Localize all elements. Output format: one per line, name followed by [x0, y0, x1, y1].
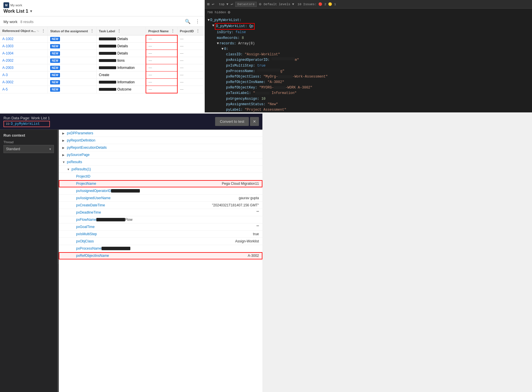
tree-item[interactable]: ▼ pxResults(1)	[59, 166, 262, 173]
ref-cell[interactable]: A-2002	[0, 57, 48, 64]
ref-cell[interactable]: A-3002	[0, 79, 48, 86]
tree-key[interactable]: pyReportExecutionDetails	[67, 146, 107, 150]
tree-item[interactable]: pxRefObjectInsName A-3002	[59, 252, 262, 259]
col-menu-status[interactable]: ⋮	[90, 29, 94, 33]
task-label-text: Information	[117, 80, 135, 84]
tree-key[interactable]: pxRefObjectInsName	[76, 254, 109, 258]
ref-cell[interactable]: A-2003	[0, 64, 48, 71]
devtools-nav-back[interactable]: ↩	[212, 2, 214, 7]
ref-link[interactable]: A-3	[2, 73, 8, 77]
ref-cell[interactable]: A-1002	[0, 35, 48, 43]
dt-root-key: D_pyMyWorkList:	[210, 18, 241, 23]
right-spacer	[262, 114, 532, 392]
table-row: A-2003NEWInformation——	[0, 64, 204, 71]
tree-item[interactable]: pxAssignedOperatorID	[59, 187, 262, 195]
tree-item[interactable]: ProjectID	[59, 173, 262, 180]
tree-item[interactable]: ▶ pyReportExecutionDetails	[59, 144, 262, 151]
task-cell: Information	[97, 79, 146, 86]
tree-key[interactable]: pxAssignedOperatorID	[76, 189, 111, 193]
app-subtitle-text: My work	[10, 3, 22, 7]
projectid-cell: —	[177, 86, 204, 93]
dt-record-0: ▼ 0:	[221, 46, 529, 52]
tree-item[interactable]: ▼ pxResults	[59, 159, 262, 166]
sort-icon[interactable]: ↑↓	[37, 29, 39, 32]
search-button[interactable]: 🔍	[184, 18, 192, 25]
run-data-panel: Run Data Page: Work List 1 ID D_pyMyWork…	[0, 114, 262, 392]
status-cell: NEW	[48, 35, 97, 43]
tree-key[interactable]: pxResults	[67, 160, 82, 164]
ref-link[interactable]: A-2002	[2, 59, 14, 63]
tree-key[interactable]: pxCreateDateTime	[76, 203, 105, 207]
col-menu-projectid[interactable]: ⋮	[196, 29, 200, 33]
tree-key[interactable]: pxResults(1)	[72, 167, 91, 171]
ref-link[interactable]: A-1003	[2, 44, 14, 48]
thread-select[interactable]: Standard	[3, 145, 54, 153]
devtools-datasource[interactable]: Datastore	[235, 2, 256, 7]
devtools-issues: 10 Issues: 🔴 2 🟡 1	[298, 2, 336, 6]
tree-item[interactable]: pxDeadlineTime ""	[59, 209, 262, 216]
tree-key[interactable]: pxGoalTime	[76, 225, 95, 229]
convert-to-test-button[interactable]: Convert to test	[215, 117, 249, 126]
tree-key[interactable]: ProjectID	[76, 174, 90, 178]
dt-classID: classID: "Assign-Worklist"	[226, 52, 529, 57]
tree-key[interactable]: ProjectName	[76, 182, 96, 186]
rdp-header: Run Data Page: Work List 1 ID D_pyMyWork…	[0, 114, 262, 130]
tree-item[interactable]: ProjectName Pega Cloud Migration11	[59, 180, 262, 187]
ref-cell[interactable]: A-5	[0, 86, 48, 93]
devtools-levels[interactable]: Default levels ▼	[264, 3, 294, 6]
dropdown-arrow-icon[interactable]: ▼	[29, 9, 33, 13]
col-menu-ref[interactable]: ⋮	[41, 29, 45, 33]
dt-pyAssignmentStatus: pyAssignmentStatus: "New"	[226, 102, 529, 107]
tree-item[interactable]: ▶ pyReportDefinition	[59, 137, 262, 144]
tree-item[interactable]: ▶ pySourcePage	[59, 151, 262, 159]
tree-value-redacted	[111, 189, 140, 193]
subtitle-my-work: My work	[3, 20, 17, 24]
close-button[interactable]: ✕	[250, 117, 259, 126]
tree-value: ""	[251, 210, 259, 214]
tree-key[interactable]: pySourcePage	[67, 153, 90, 157]
tree-item[interactable]: pxGoalTime ""	[59, 223, 262, 231]
tree-key[interactable]: pxDeadlineTime	[76, 210, 101, 214]
tree-item[interactable]: pxObjClass Assign-Worklist	[59, 238, 262, 245]
tree-item[interactable]: pxFlowName Flow	[59, 216, 262, 223]
dt-subkey-arrow[interactable]: ▼	[212, 23, 214, 29]
tree-item[interactable]: pxAssignedUserName gaurav gupta	[59, 195, 262, 202]
ref-link[interactable]: A-2003	[2, 66, 14, 70]
status-badge: NEW	[50, 44, 60, 48]
ref-cell[interactable]: A-1003	[0, 43, 48, 50]
ref-link[interactable]: A-1002	[2, 37, 14, 41]
app-subtitle: M My work	[3, 2, 201, 8]
tree-item[interactable]: ▶ pxDPParameters	[59, 130, 262, 137]
settings-icon[interactable]: ⚙	[228, 10, 230, 15]
tree-key[interactable]: pyReportDefinition	[67, 138, 95, 142]
task-cell: Details	[97, 35, 146, 43]
col-menu-project[interactable]: ⋮	[171, 29, 175, 33]
tree-key[interactable]: pxDPParameters	[67, 131, 93, 135]
redacted-bar	[99, 45, 116, 48]
status-cell: NEW	[48, 57, 97, 64]
dt-root-arrow[interactable]: ▼	[208, 18, 210, 23]
tree-item[interactable]: pxIsMultiStep true	[59, 231, 262, 238]
dt-pxRefObjectInsName: pxRefObjectInsName: "A-3002"	[226, 80, 529, 85]
col-menu-task[interactable]: ⋮	[117, 29, 121, 33]
col-header-status: Status of the assignment ⋮	[48, 27, 97, 35]
tree-key[interactable]: pxObjClass	[76, 239, 94, 243]
tree-key[interactable]: pxIsMultiStep	[76, 232, 97, 236]
tree-value-redacted-flow	[96, 218, 125, 221]
tree-key[interactable]: pxFlowName	[76, 218, 96, 222]
projectid-cell: —	[177, 35, 204, 43]
ref-cell[interactable]: A-3	[0, 71, 48, 79]
tree-item[interactable]: pxCreateDateTime "20240321T181407.156 GM…	[59, 202, 262, 209]
project-cell: —	[146, 71, 177, 79]
ref-cell[interactable]: A-1004	[0, 50, 48, 57]
tree-value: Assign-Worklist	[230, 239, 259, 243]
projectid-cell: —	[177, 79, 204, 86]
ref-link[interactable]: A-1004	[2, 51, 14, 55]
ref-link[interactable]: A-3002	[2, 80, 14, 84]
tree-key[interactable]: pxProcessName	[76, 246, 101, 250]
ref-link[interactable]: A-5	[2, 87, 8, 91]
tree-item[interactable]: pxProcessName	[59, 245, 262, 252]
hidden-count-bar: 798 hidden ⚙	[205, 9, 532, 16]
tree-key[interactable]: pxAssignedUserName	[76, 196, 110, 200]
more-options-button[interactable]: ⋮	[194, 18, 201, 25]
